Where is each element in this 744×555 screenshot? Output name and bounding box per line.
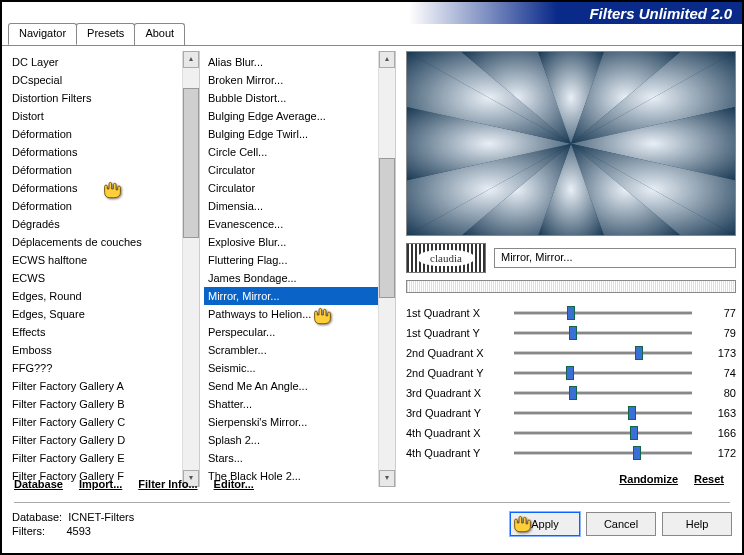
list-item[interactable]: Send Me An Angle... bbox=[204, 377, 378, 395]
scroll-up-icon[interactable]: ▴ bbox=[379, 51, 395, 68]
param-value: 74 bbox=[700, 367, 736, 379]
list-item[interactable]: Fluttering Flag... bbox=[204, 251, 378, 269]
param-row: 2nd Quadrant X173 bbox=[406, 343, 736, 363]
tab-strip: NavigatorPresetsAbout bbox=[2, 23, 742, 45]
db-value: ICNET-Filters bbox=[68, 511, 134, 523]
tab-about[interactable]: About bbox=[134, 23, 185, 45]
list-item[interactable]: Shatter... bbox=[204, 395, 378, 413]
tab-underline bbox=[2, 45, 742, 46]
list-item[interactable]: Déplacements de couches bbox=[8, 233, 182, 251]
filter-info-button[interactable]: Filter Info... bbox=[138, 476, 197, 492]
reset-button[interactable]: Reset bbox=[694, 471, 724, 487]
category-scrollbar[interactable]: ▴ ▾ bbox=[182, 51, 199, 487]
list-item[interactable]: DCspecial bbox=[8, 71, 182, 89]
param-slider[interactable] bbox=[514, 411, 692, 415]
list-item[interactable]: Circulator bbox=[204, 161, 378, 179]
category-column: DC LayerDCspecialDistortion FiltersDisto… bbox=[8, 51, 200, 487]
filter-scrollbar[interactable]: ▴ ▾ bbox=[378, 51, 395, 487]
list-item[interactable]: Edges, Square bbox=[8, 305, 182, 323]
param-row: 4th Quadrant X166 bbox=[406, 423, 736, 443]
scroll-track[interactable] bbox=[379, 68, 395, 470]
list-item[interactable]: Circle Cell... bbox=[204, 143, 378, 161]
param-value: 77 bbox=[700, 307, 736, 319]
stamp-text: claudia bbox=[430, 252, 462, 264]
param-label: 2nd Quadrant X bbox=[406, 347, 506, 359]
param-slider[interactable] bbox=[514, 451, 692, 455]
import-button[interactable]: Import... bbox=[79, 476, 122, 492]
list-item[interactable]: Evanescence... bbox=[204, 215, 378, 233]
param-label: 1st Quadrant X bbox=[406, 307, 506, 319]
param-slider[interactable] bbox=[514, 331, 692, 335]
list-item[interactable]: Déformation bbox=[8, 161, 182, 179]
list-item[interactable]: Dimensia... bbox=[204, 197, 378, 215]
editor-button[interactable]: Editor... bbox=[214, 476, 254, 492]
filters-value: 4593 bbox=[66, 525, 90, 537]
help-button[interactable]: Help bbox=[662, 512, 732, 536]
list-item[interactable]: Filter Factory Gallery D bbox=[8, 431, 182, 449]
list-item[interactable]: Alias Blur... bbox=[204, 53, 378, 71]
list-item[interactable]: Distortion Filters bbox=[8, 89, 182, 107]
param-slider[interactable] bbox=[514, 371, 692, 375]
tab-presets[interactable]: Presets bbox=[76, 23, 135, 45]
tab-navigator[interactable]: Navigator bbox=[8, 23, 77, 45]
list-item[interactable]: Pathways to Helion... bbox=[204, 305, 378, 323]
list-item[interactable]: Dégradés bbox=[8, 215, 182, 233]
list-item[interactable]: Filter Factory Gallery C bbox=[8, 413, 182, 431]
left-link-buttons: Database Import... Filter Info... Editor… bbox=[10, 468, 430, 492]
list-item[interactable]: Distort bbox=[8, 107, 182, 125]
param-slider[interactable] bbox=[514, 311, 692, 315]
list-item[interactable]: DC Layer bbox=[8, 53, 182, 71]
list-item[interactable]: ECWS bbox=[8, 269, 182, 287]
param-value: 172 bbox=[700, 447, 736, 459]
list-item[interactable]: Déformations bbox=[8, 179, 182, 197]
list-item[interactable]: Bulging Edge Average... bbox=[204, 107, 378, 125]
param-value: 163 bbox=[700, 407, 736, 419]
action-buttons: Apply Cancel Help bbox=[510, 512, 732, 536]
scroll-track[interactable] bbox=[183, 68, 199, 470]
filter-column: Alias Blur...Broken Mirror...Bubble Dist… bbox=[204, 51, 396, 487]
param-slider[interactable] bbox=[514, 431, 692, 435]
randomize-button[interactable]: Randomize bbox=[619, 471, 678, 487]
list-item[interactable]: James Bondage... bbox=[204, 269, 378, 287]
list-item[interactable]: Sierpenski's Mirror... bbox=[204, 413, 378, 431]
list-item[interactable]: Broken Mirror... bbox=[204, 71, 378, 89]
list-item[interactable]: Filter Factory Gallery A bbox=[8, 377, 182, 395]
param-slider[interactable] bbox=[514, 391, 692, 395]
param-label: 4th Quadrant Y bbox=[406, 447, 506, 459]
list-item[interactable]: Filter Factory Gallery B bbox=[8, 395, 182, 413]
filter-name-row: claudia Mirror, Mirror... bbox=[406, 242, 736, 273]
param-value: 80 bbox=[700, 387, 736, 399]
list-item[interactable]: Perspecular... bbox=[204, 323, 378, 341]
scroll-thumb[interactable] bbox=[379, 158, 395, 298]
param-row: 1st Quadrant Y79 bbox=[406, 323, 736, 343]
list-item[interactable]: FFG??? bbox=[8, 359, 182, 377]
database-button[interactable]: Database bbox=[14, 476, 63, 492]
list-item[interactable]: Bubble Distort... bbox=[204, 89, 378, 107]
filter-list[interactable]: Alias Blur...Broken Mirror...Bubble Dist… bbox=[204, 51, 378, 487]
apply-button[interactable]: Apply bbox=[510, 512, 580, 536]
list-item[interactable]: Effects bbox=[8, 323, 182, 341]
category-list[interactable]: DC LayerDCspecialDistortion FiltersDisto… bbox=[8, 51, 182, 487]
list-item[interactable]: Déformation bbox=[8, 125, 182, 143]
list-item[interactable]: Stars... bbox=[204, 449, 378, 467]
list-item[interactable]: Seismic... bbox=[204, 359, 378, 377]
filters-label: Filters: bbox=[12, 525, 45, 537]
filter-listbox: Alias Blur...Broken Mirror...Bubble Dist… bbox=[204, 51, 396, 487]
scroll-thumb[interactable] bbox=[183, 88, 199, 238]
list-item[interactable]: Déformation bbox=[8, 197, 182, 215]
param-label: 1st Quadrant Y bbox=[406, 327, 506, 339]
list-item[interactable]: Déformations bbox=[8, 143, 182, 161]
list-item[interactable]: ECWS halftone bbox=[8, 251, 182, 269]
param-slider[interactable] bbox=[514, 351, 692, 355]
list-item[interactable]: Emboss bbox=[8, 341, 182, 359]
list-item[interactable]: Scrambler... bbox=[204, 341, 378, 359]
cancel-button[interactable]: Cancel bbox=[586, 512, 656, 536]
scroll-up-icon[interactable]: ▴ bbox=[183, 51, 199, 68]
list-item[interactable]: Filter Factory Gallery E bbox=[8, 449, 182, 467]
list-item[interactable]: Splash 2... bbox=[204, 431, 378, 449]
list-item[interactable]: Explosive Blur... bbox=[204, 233, 378, 251]
list-item[interactable]: Circulator bbox=[204, 179, 378, 197]
list-item[interactable]: Mirror, Mirror... bbox=[204, 287, 378, 305]
list-item[interactable]: Bulging Edge Twirl... bbox=[204, 125, 378, 143]
list-item[interactable]: Edges, Round bbox=[8, 287, 182, 305]
